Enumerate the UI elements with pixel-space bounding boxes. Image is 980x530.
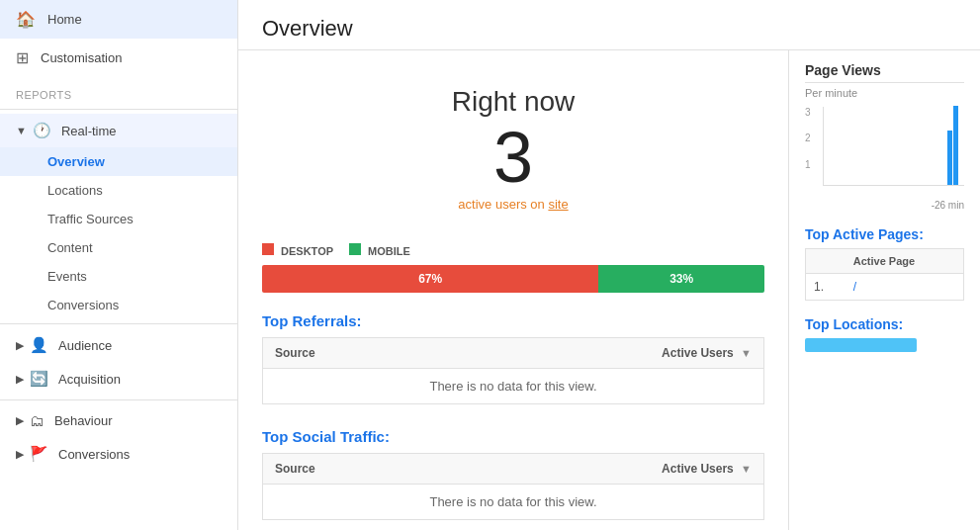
referrals-users-label: Active Users: [662, 346, 734, 360]
sidebar-sub-content-label: Content: [47, 240, 93, 255]
social-no-data: There is no data for this view.: [263, 485, 764, 520]
active-page-value[interactable]: /: [846, 274, 964, 301]
page-title: Overview: [262, 16, 956, 42]
audience-icon: 👤: [30, 336, 48, 354]
grid-icon: ⊞: [16, 48, 29, 67]
active-page-col-label: Active Page: [846, 249, 964, 274]
sidebar-item-customisation[interactable]: ⊞ Customisation: [0, 39, 237, 77]
site-link[interactable]: site: [548, 197, 568, 212]
clock-icon: 🕐: [33, 122, 51, 139]
home-icon: 🏠: [16, 10, 36, 29]
desktop-pct: 67%: [418, 272, 442, 286]
top-locations-title: Top Locations:: [805, 316, 964, 332]
sidebar-sub-overview[interactable]: Overview: [0, 147, 237, 176]
sidebar-sub-locations-label: Locations: [47, 183, 103, 198]
y-label-2: 2: [805, 132, 811, 143]
sidebar-sub-traffic-sources[interactable]: Traffic Sources: [0, 205, 237, 233]
referrals-no-data: There is no data for this view.: [263, 369, 764, 404]
sidebar-item-conversions2[interactable]: ▶ 🚩 Conversions: [0, 437, 237, 471]
content-right: Page Views Per minute 3 2 1 -26 min Top …: [788, 50, 980, 530]
top-social-title: Top Social Traffic:: [262, 428, 764, 445]
mobile-legend: MOBILE: [349, 243, 410, 257]
right-now-title: Right now: [262, 86, 764, 118]
sidebar-item-acquisition[interactable]: ▶ 🔄 Acquisition: [0, 362, 237, 396]
chart-time-label: -26 min: [805, 200, 964, 211]
mobile-bar: 33%: [598, 265, 764, 293]
content-area: Right now 3 active users on site DESKTOP…: [238, 50, 980, 530]
sidebar-sub-locations[interactable]: Locations: [0, 176, 237, 205]
social-source-header: Source: [263, 454, 444, 485]
social-no-data-row: There is no data for this view.: [263, 485, 764, 520]
social-users-header: Active Users ▼: [443, 454, 763, 485]
y-label-3: 3: [805, 107, 811, 118]
mobile-pct: 33%: [669, 272, 693, 286]
page-views-subtitle: Per minute: [805, 87, 964, 99]
chart-y-labels: 3 2 1: [805, 107, 811, 196]
device-progress-bar: 67% 33%: [262, 265, 764, 293]
top-active-pages-table: Active Page 1./: [805, 248, 964, 301]
chart-bars: [823, 107, 964, 186]
sidebar: 🏠 Home ⊞ Customisation REPORTS ▼ 🕐 Real-…: [0, 0, 238, 530]
main-header: Overview: [238, 0, 980, 50]
top-referrals-table: Source Active Users ▼ There is no data f…: [262, 337, 764, 404]
conversions-icon: 🚩: [30, 445, 48, 463]
desktop-dot: [262, 243, 274, 255]
reports-section-label: REPORTS: [0, 77, 237, 105]
desktop-legend: DESKTOP: [262, 243, 333, 257]
referrals-no-data-row: There is no data for this view.: [263, 369, 764, 404]
right-now-label: active users on site: [262, 197, 764, 212]
sidebar-item-audience[interactable]: ▶ 👤 Audience: [0, 328, 237, 362]
sidebar-sub-conversions[interactable]: Conversions: [0, 291, 237, 319]
desktop-bar: 67%: [262, 265, 598, 293]
arrow-down-icon: ▼: [16, 125, 27, 136]
locations-bar: [805, 338, 917, 352]
sidebar-sub-content[interactable]: Content: [0, 233, 237, 262]
top-referrals-title: Top Referrals:: [262, 312, 764, 329]
arrow-right-acq-icon: ▶: [16, 373, 24, 386]
chart-bar: [953, 106, 958, 185]
top-active-pages-title: Top Active Pages:: [805, 226, 964, 242]
sidebar-realtime-label: Real-time: [61, 124, 117, 138]
chart-area: 3 2 1: [805, 107, 964, 196]
sidebar-conversions2-label: Conversions: [58, 447, 130, 462]
sidebar-sub-events[interactable]: Events: [0, 262, 237, 291]
sidebar-sub-overview-label: Overview: [47, 154, 105, 169]
content-left: Right now 3 active users on site DESKTOP…: [238, 50, 788, 530]
sidebar-customisation-label: Customisation: [41, 50, 122, 65]
active-page-num: 1.: [806, 274, 846, 301]
device-legend: DESKTOP MOBILE: [262, 243, 764, 257]
right-now-section: Right now 3 active users on site: [262, 66, 764, 227]
acquisition-icon: 🔄: [30, 370, 48, 388]
sort-icon[interactable]: ▼: [741, 347, 752, 359]
active-page-row: 1./: [806, 274, 964, 301]
active-page-col-num: [806, 249, 846, 274]
main-content: Overview Right now 3 active users on sit…: [238, 0, 980, 530]
social-users-label: Active Users: [662, 462, 734, 476]
referrals-users-header: Active Users ▼: [443, 338, 763, 369]
referrals-source-header: Source: [263, 338, 444, 369]
page-views-title: Page Views: [805, 62, 964, 78]
right-now-number: 3: [262, 122, 764, 193]
sidebar-audience-label: Audience: [58, 338, 112, 353]
mobile-dot: [349, 243, 361, 255]
sidebar-item-home[interactable]: 🏠 Home: [0, 0, 237, 39]
arrow-right-icon: ▶: [16, 339, 24, 352]
sidebar-behaviour-label: Behaviour: [54, 413, 113, 428]
sidebar-sub-conversions-label: Conversions: [47, 298, 119, 312]
arrow-right-beh-icon: ▶: [16, 414, 24, 427]
top-social-table: Source Active Users ▼ There is no data f…: [262, 453, 764, 520]
sidebar-item-behaviour[interactable]: ▶ 🗂 Behaviour: [0, 404, 237, 437]
sidebar-acquisition-label: Acquisition: [58, 372, 121, 387]
social-sort-icon[interactable]: ▼: [741, 463, 752, 475]
arrow-right-conv-icon: ▶: [16, 448, 24, 461]
behaviour-icon: 🗂: [30, 412, 45, 429]
chart-bar: [947, 131, 952, 185]
sidebar-item-realtime[interactable]: ▼ 🕐 Real-time: [0, 114, 237, 147]
mobile-legend-label: MOBILE: [368, 245, 410, 257]
y-label-0: [805, 185, 811, 196]
desktop-legend-label: DESKTOP: [281, 245, 333, 257]
sidebar-sub-traffic-label: Traffic Sources: [47, 212, 134, 226]
sidebar-sub-events-label: Events: [47, 269, 87, 284]
y-label-1: 1: [805, 159, 811, 170]
sidebar-home-label: Home: [47, 12, 82, 27]
